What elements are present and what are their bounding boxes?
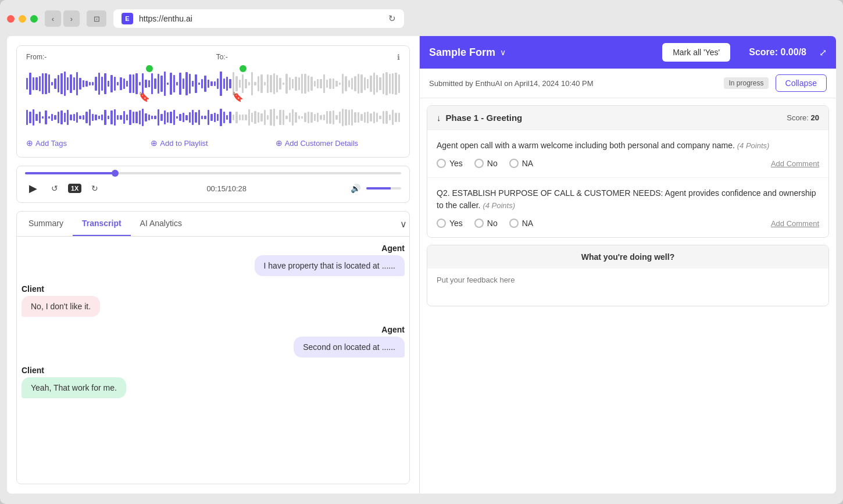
client-negative-bubble: No, I don't like it. xyxy=(22,296,100,317)
add-comment-2[interactable]: Add Comment xyxy=(771,219,819,228)
radio-circle-6 xyxy=(509,219,519,228)
address-bar[interactable]: E https://enthu.ai ↻ xyxy=(113,9,404,28)
score-label: Score: xyxy=(749,47,778,57)
favicon-icon: E xyxy=(122,13,133,24)
add-playlist-icon: ⊕ xyxy=(151,138,158,148)
question-block-2: Q2. ESTABLISH PURPOSE OF CALL & CUSTOMER… xyxy=(427,177,828,237)
form-title-chevron-icon[interactable]: ∨ xyxy=(500,48,506,57)
tabs-bar: Summary Transcript AI Analytics ∨ xyxy=(17,212,409,237)
expand-form-button[interactable]: ⤢ xyxy=(819,47,827,58)
agent-label-2: Agent xyxy=(381,325,405,334)
play-button[interactable]: ▶ xyxy=(25,180,41,196)
agent-bubble-2: Second on located at ...... xyxy=(294,337,405,358)
waveform-bars-top xyxy=(26,69,400,98)
radio-yes-2[interactable]: Yes xyxy=(437,219,463,228)
radio-no-2[interactable]: No xyxy=(474,219,498,228)
well-done-section: What you're doing well? xyxy=(427,245,829,306)
left-panel: From:- To:- ℹ 🔖 🔖 xyxy=(7,36,420,494)
add-tags-icon: ⊕ xyxy=(26,138,33,148)
waveform-header: From:- To:- ℹ xyxy=(26,53,400,62)
progress-bar[interactable] xyxy=(25,172,401,174)
radio-circle-5 xyxy=(474,219,484,228)
controls-row: ▶ ↺ 1X ↻ 00:15/10:28 🔊 xyxy=(25,180,401,196)
question-text-1: Agent open call with a warm welcome incl… xyxy=(437,140,819,152)
dot-marker-left xyxy=(146,65,153,72)
list-item: Agent Second on located at ...... xyxy=(22,325,405,358)
bookmark-right: 🔖 xyxy=(232,91,244,102)
score-value: 0.00/8 xyxy=(781,47,806,57)
minimize-button[interactable] xyxy=(19,15,26,23)
radio-yes-1[interactable]: Yes xyxy=(437,159,463,168)
player-controls: ▶ ↺ 1X ↻ 00:15/10:28 🔊 xyxy=(16,166,410,203)
radio-row-2: Yes No NA Add Comment xyxy=(437,219,819,228)
tab-transcript[interactable]: Transcript xyxy=(73,212,131,236)
form-header: Sample Form ∨ Mark all 'Yes' Score: 0.00… xyxy=(420,36,836,69)
radio-na-2[interactable]: NA xyxy=(509,219,533,228)
tabs-expand-button[interactable]: ∨ xyxy=(400,219,407,230)
list-item: Client Yeah, That work for me. xyxy=(22,366,405,398)
radio-no-1[interactable]: No xyxy=(474,159,498,168)
submitted-text: Submitted by EnthuAI on April14, 2024 10… xyxy=(429,79,717,88)
radio-yes-label-2: Yes xyxy=(449,219,463,228)
speed-badge[interactable]: 1X xyxy=(68,184,81,193)
right-panel: Sample Form ∨ Mark all 'Yes' Score: 0.00… xyxy=(420,36,836,494)
waveform-track-top[interactable]: 🔖 🔖 xyxy=(26,66,400,101)
tab-summary[interactable]: Summary xyxy=(19,212,73,236)
client-positive-bubble: Yeah, That work for me. xyxy=(22,377,126,398)
radio-na-1[interactable]: NA xyxy=(509,159,533,168)
form-title: Sample Form xyxy=(429,47,495,59)
list-item: Client No, I don't like it. xyxy=(22,284,405,317)
radio-na-label-2: NA xyxy=(522,219,533,228)
radio-circle-4 xyxy=(437,219,446,228)
phase-collapse-icon[interactable]: ↓ xyxy=(437,113,441,123)
client-label: Client xyxy=(22,284,44,294)
rewind-button[interactable]: ↺ xyxy=(47,181,62,196)
phase-score: Score: 20 xyxy=(787,113,819,122)
traffic-lights xyxy=(7,15,38,23)
maximize-button[interactable] xyxy=(30,15,38,23)
info-button[interactable]: ℹ xyxy=(397,53,400,62)
mark-all-yes-button[interactable]: Mark all 'Yes' xyxy=(662,43,730,62)
list-item: Agent I have property that is located at… xyxy=(22,244,405,276)
tabs-panel: Summary Transcript AI Analytics ∨ Agent … xyxy=(16,211,410,484)
radio-row-1: Yes No NA Add Comment xyxy=(437,159,819,168)
forward-button[interactable]: › xyxy=(63,10,80,27)
back-button[interactable]: ‹ xyxy=(45,10,61,27)
action-links: ⊕ Add Tags ⊕ Add to Playlist ⊕ Add Custo… xyxy=(26,136,400,150)
score-display: Score: 0.00/8 xyxy=(749,47,806,58)
radio-na-label: NA xyxy=(522,159,533,168)
question-block-1: Agent open call with a warm welcome incl… xyxy=(427,130,828,177)
add-playlist-link[interactable]: ⊕ Add to Playlist xyxy=(151,136,275,150)
close-button[interactable] xyxy=(7,15,15,23)
radio-no-label-2: No xyxy=(487,219,498,228)
waveform-track-bottom[interactable] xyxy=(26,106,400,129)
client-label-2: Client xyxy=(22,366,44,375)
collapse-button[interactable]: Collapse xyxy=(776,74,827,92)
reload-button[interactable]: ↻ xyxy=(388,13,396,24)
tab-ai-analytics[interactable]: AI Analytics xyxy=(131,212,191,236)
add-comment-1[interactable]: Add Comment xyxy=(771,159,819,168)
in-progress-badge: In progress xyxy=(724,77,768,89)
waveform-container: From:- To:- ℹ 🔖 🔖 xyxy=(16,45,410,158)
transcript-area: Agent I have property that is located at… xyxy=(17,237,409,484)
url-display: https://enthu.ai xyxy=(139,14,383,23)
radio-circle xyxy=(437,159,446,168)
dot-marker-right xyxy=(240,65,247,72)
phase-section: ↓ Phase 1 - Greeting Score: 20 Agent ope… xyxy=(427,105,829,238)
add-customer-link[interactable]: ⊕ Add Customer Details xyxy=(276,136,400,150)
form-content: ↓ Phase 1 - Greeting Score: 20 Agent ope… xyxy=(420,98,836,494)
time-display: 00:15/10:28 xyxy=(108,184,345,193)
question-text-2: Q2. ESTABLISH PURPOSE OF CALL & CUSTOMER… xyxy=(437,187,819,212)
feedback-input[interactable] xyxy=(427,269,828,303)
agent-bubble: I have property that is located at .....… xyxy=(255,255,405,276)
from-label: From:- xyxy=(26,53,47,62)
sidebar-toggle-button[interactable]: ⊡ xyxy=(87,10,106,27)
agent-label: Agent xyxy=(381,244,405,253)
volume-icon: 🔊 xyxy=(351,184,360,193)
phase-title: ↓ Phase 1 - Greeting xyxy=(437,113,522,123)
form-subheader: Submitted by EnthuAI on April14, 2024 10… xyxy=(420,69,836,98)
radio-yes-label: Yes xyxy=(449,159,463,168)
add-tags-link[interactable]: ⊕ Add Tags xyxy=(26,136,151,150)
forward-skip-button[interactable]: ↻ xyxy=(87,181,102,196)
volume-slider[interactable] xyxy=(366,187,401,190)
